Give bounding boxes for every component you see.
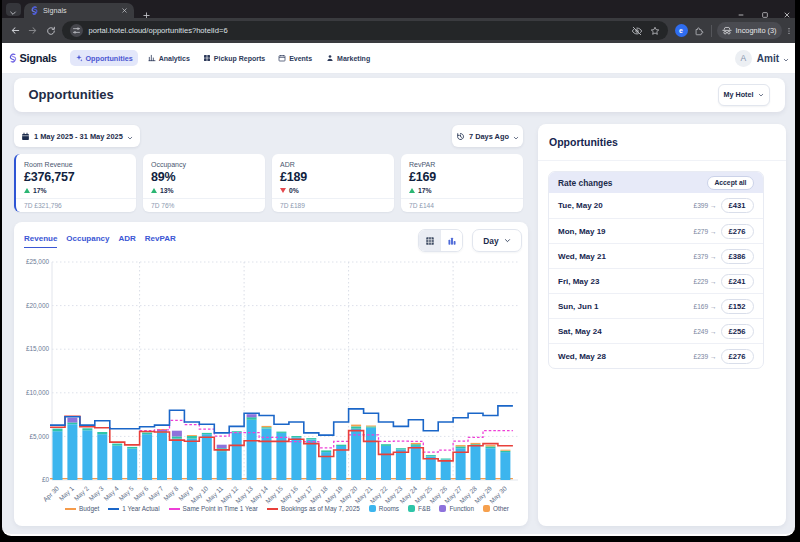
svg-text:May 1: May 1 [57,484,75,502]
svg-text:£5,000: £5,000 [29,433,49,440]
svg-text:£25,000: £25,000 [26,258,50,265]
svg-text:£10,000: £10,000 [26,389,50,396]
svg-text:May 6: May 6 [132,484,150,502]
svg-text:May 2: May 2 [72,484,90,502]
svg-text:May 3: May 3 [87,484,105,502]
svg-text:£0: £0 [42,476,50,483]
svg-text:May 4: May 4 [102,484,120,502]
svg-text:May 30: May 30 [488,484,509,505]
svg-text:£20,000: £20,000 [26,302,50,309]
svg-text:May 5: May 5 [117,484,135,502]
svg-text:£15,000: £15,000 [26,345,50,352]
svg-text:Apr 30: Apr 30 [42,484,61,503]
svg-text:May 8: May 8 [162,484,180,502]
svg-text:May 7: May 7 [147,484,165,502]
